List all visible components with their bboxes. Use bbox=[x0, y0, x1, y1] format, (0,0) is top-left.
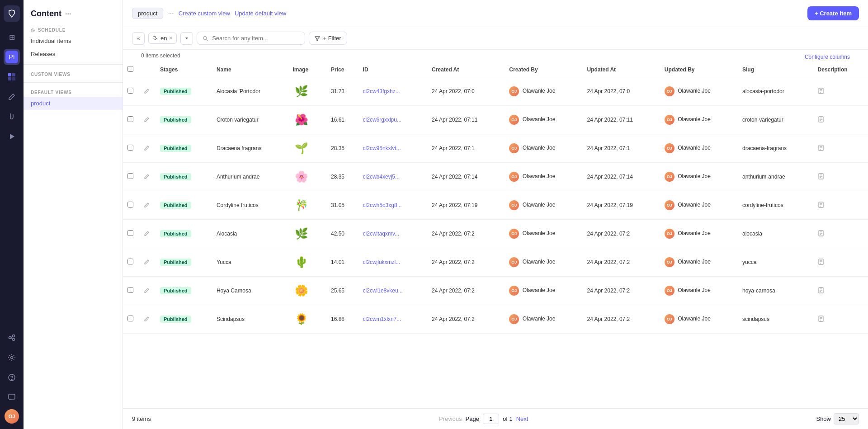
description-icon[interactable] bbox=[818, 146, 824, 152]
webhook-nav-icon[interactable] bbox=[4, 330, 20, 346]
product-tab[interactable]: product bbox=[132, 8, 163, 19]
row-created-at-cell: 24 Apr 2022, 07:2 bbox=[427, 305, 505, 334]
row-created-by-cell: OJ Olawanle Joe bbox=[505, 163, 582, 191]
row-id[interactable]: cl2cw43fgxhz... bbox=[363, 88, 400, 94]
row-created-by-cell: OJ Olawanle Joe bbox=[505, 277, 582, 305]
chat-nav-icon[interactable] bbox=[4, 389, 20, 405]
table-row: Published Cordyline fruticos 🎋 31.05 cl2… bbox=[123, 191, 868, 220]
select-all-checkbox[interactable] bbox=[127, 66, 133, 72]
create-custom-view-link[interactable]: Create custom view bbox=[179, 10, 230, 17]
description-icon[interactable] bbox=[818, 203, 824, 209]
row-name-cell: Yucca bbox=[212, 248, 288, 277]
row-checkbox-cell bbox=[123, 77, 139, 106]
collapse-button[interactable]: « bbox=[132, 32, 145, 45]
updated-by-avatar: OJ bbox=[665, 286, 675, 296]
edit-nav-icon[interactable] bbox=[4, 89, 20, 105]
configure-columns-link[interactable]: Configure columns bbox=[805, 54, 859, 60]
sidebar-item-product[interactable]: product bbox=[24, 97, 123, 110]
sidebar-item-releases[interactable]: Releases bbox=[24, 47, 123, 61]
row-desc-cell bbox=[813, 305, 868, 334]
updated-by-avatar: OJ bbox=[665, 314, 675, 324]
row-edit-icon[interactable] bbox=[144, 231, 150, 238]
play-nav-icon[interactable] bbox=[4, 128, 20, 145]
previous-button[interactable]: Previous bbox=[439, 415, 462, 422]
row-id[interactable]: cl2cwitaqxmv... bbox=[363, 231, 399, 237]
row-stage-cell: Published bbox=[156, 220, 212, 248]
description-icon[interactable] bbox=[818, 231, 824, 238]
language-filter[interactable]: en ✕ bbox=[148, 33, 177, 44]
next-button[interactable]: Next bbox=[516, 415, 528, 422]
row-checkbox[interactable] bbox=[127, 287, 133, 293]
row-checkbox[interactable] bbox=[127, 259, 133, 264]
row-edit-cell bbox=[139, 106, 156, 134]
row-edit-icon[interactable] bbox=[144, 202, 150, 209]
row-image-cell: 🌿 bbox=[288, 220, 326, 248]
row-updated-at-cell: 24 Apr 2022, 07:14 bbox=[583, 163, 660, 191]
row-edit-icon[interactable] bbox=[144, 316, 150, 323]
page-input[interactable] bbox=[483, 414, 499, 424]
svg-point-12 bbox=[11, 379, 12, 380]
schedule-icon[interactable]: PI bbox=[4, 49, 20, 65]
row-checkbox[interactable] bbox=[127, 145, 133, 151]
row-id[interactable]: cl2cwjlukxmzl... bbox=[363, 259, 401, 265]
description-icon[interactable] bbox=[818, 89, 824, 95]
row-slug-cell: alocasia-portodor bbox=[738, 77, 813, 106]
row-id[interactable]: cl2cw6rgxxlpu... bbox=[363, 117, 401, 123]
create-item-button[interactable]: + Create item bbox=[807, 6, 859, 20]
row-id-cell: cl2cwl1e8vkeu... bbox=[359, 277, 427, 305]
row-edit-icon[interactable] bbox=[144, 174, 150, 181]
of-label: of 1 bbox=[503, 415, 513, 422]
row-image-cell: 🌻 bbox=[288, 305, 326, 334]
row-edit-icon[interactable] bbox=[144, 117, 150, 124]
topbar-dots[interactable]: ··· bbox=[168, 9, 174, 18]
description-icon[interactable] bbox=[818, 288, 824, 295]
settings-nav-icon[interactable] bbox=[4, 349, 20, 366]
row-checkbox[interactable] bbox=[127, 116, 133, 122]
row-updated-at-cell: 24 Apr 2022, 07:2 bbox=[583, 248, 660, 277]
help-nav-icon[interactable] bbox=[4, 369, 20, 386]
row-price-cell: 16.88 bbox=[326, 305, 359, 334]
svg-line-9 bbox=[11, 338, 13, 339]
description-icon[interactable] bbox=[818, 259, 824, 266]
row-id[interactable]: cl2cw95nkxlvt... bbox=[363, 145, 401, 151]
row-edit-icon[interactable] bbox=[144, 88, 150, 95]
row-edit-icon[interactable] bbox=[144, 145, 150, 152]
update-default-view-link[interactable]: Update default view bbox=[235, 10, 286, 17]
search-input[interactable] bbox=[212, 35, 299, 42]
description-icon[interactable] bbox=[818, 174, 824, 181]
row-created-by-cell: OJ Olawanle Joe bbox=[505, 248, 582, 277]
row-slug-cell: hoya-carnosa bbox=[738, 277, 813, 305]
row-price-cell: 16.61 bbox=[326, 106, 359, 134]
row-edit-icon[interactable] bbox=[144, 288, 150, 295]
row-checkbox[interactable] bbox=[127, 316, 133, 321]
row-name-cell: Alocasia bbox=[212, 220, 288, 248]
row-checkbox[interactable] bbox=[127, 173, 133, 179]
row-checkbox[interactable] bbox=[127, 88, 133, 94]
row-checkbox[interactable] bbox=[127, 230, 133, 236]
page-size-select[interactable]: 25 50 100 bbox=[834, 413, 859, 424]
row-updated-by-cell: OJ Olawanle Joe bbox=[660, 163, 738, 191]
filter-button[interactable]: + Filter bbox=[309, 32, 347, 45]
row-id[interactable]: cl2cwh5o3xg8... bbox=[363, 202, 402, 208]
workspace-icon[interactable]: ⊞ bbox=[4, 29, 20, 45]
description-icon[interactable] bbox=[818, 316, 824, 323]
row-id[interactable]: cl2cwm1xlxn7... bbox=[363, 316, 401, 322]
clip-nav-icon[interactable] bbox=[4, 108, 20, 125]
app-title-dots[interactable]: ··· bbox=[65, 10, 71, 18]
row-desc-cell bbox=[813, 163, 868, 191]
sidebar-item-individual[interactable]: Individual items bbox=[24, 34, 123, 47]
table-row: Published Yucca 🌵 14.01 cl2cwjlukxmzl...… bbox=[123, 248, 868, 277]
lang-dropdown[interactable] bbox=[180, 32, 193, 45]
content-icon[interactable] bbox=[4, 69, 20, 85]
plant-image: 🌸 bbox=[292, 165, 311, 188]
schedule-section-label: ◷ SCHEDULE bbox=[24, 24, 123, 34]
lang-remove[interactable]: ✕ bbox=[169, 35, 173, 41]
user-avatar[interactable]: OJ bbox=[5, 409, 19, 424]
description-icon[interactable] bbox=[818, 117, 824, 124]
plant-image: 🌿 bbox=[292, 80, 311, 103]
row-edit-icon[interactable] bbox=[144, 259, 150, 266]
row-id[interactable]: cl2cwb4xevj5... bbox=[363, 174, 400, 180]
row-image-cell: 🌿 bbox=[288, 77, 326, 106]
row-id[interactable]: cl2cwl1e8vkeu... bbox=[363, 288, 403, 294]
row-checkbox[interactable] bbox=[127, 202, 133, 207]
